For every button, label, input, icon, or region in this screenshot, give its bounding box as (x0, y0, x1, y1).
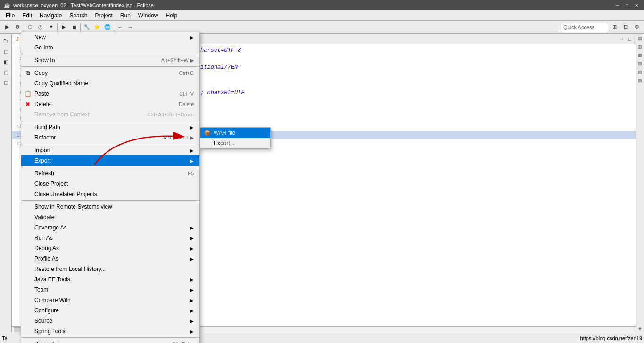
toolbar-btn-5[interactable]: ✦ (46, 22, 56, 33)
menu-project[interactable]: Project (91, 11, 116, 20)
title-bar: ☕ workspace_oxygen_02 - Test/WebContent/… (0, 0, 644, 10)
status-right: https://blog.csdn.net/zen19 (580, 335, 642, 341)
status-left: Te (2, 335, 8, 341)
ctx-delete[interactable]: ✖ DeleteDelete (21, 99, 199, 109)
sidebar-icon-4[interactable]: ◱ (1, 68, 10, 76)
ctx-compare-with[interactable]: Compare With▶ (21, 295, 199, 305)
toolbar-btn-3[interactable]: ⬡ (25, 22, 35, 33)
ctx-sep-1 (21, 54, 199, 54)
export-submenu: 📦 WAR file Export... (200, 127, 271, 149)
submenu-export[interactable]: Export... (200, 138, 270, 148)
war-file-icon: 📦 (203, 129, 211, 137)
ctx-close-unrelated[interactable]: Close Unrelated Projects (21, 189, 199, 199)
copy-icon: ⧉ (24, 69, 32, 77)
left-sidebar: Pr ◫ ◧ ◱ ◲ (0, 34, 12, 333)
ctx-team[interactable]: Team▶ (21, 285, 199, 295)
context-menu: New▶ Go Into Show InAlt+Shift+W ▶ ⧉ Copy… (21, 32, 200, 343)
menu-help[interactable]: Help (162, 11, 182, 20)
menu-window[interactable]: Window (134, 11, 162, 20)
delete-icon: ✖ (24, 100, 32, 108)
ctx-sep-4 (21, 144, 199, 144)
ctx-sep-3 (21, 121, 199, 121)
menu-edit[interactable]: Edit (18, 11, 36, 20)
sidebar-icon-2[interactable]: ◫ (1, 47, 10, 56)
menu-run[interactable]: Run (116, 11, 134, 20)
toolbar-btn-extra[interactable]: ⚙ (632, 22, 642, 33)
right-sidebar-icon-6[interactable]: ▩ (637, 77, 644, 84)
ctx-restore-local[interactable]: Restore from Local History... (21, 264, 199, 274)
toolbar-btn-12[interactable]: → (125, 22, 136, 33)
ctx-show-in[interactable]: Show InAlt+Shift+W ▶ (21, 55, 199, 65)
ctx-validate[interactable]: Validate (21, 212, 199, 222)
ctx-sep-2 (21, 66, 199, 67)
menu-search[interactable]: Search (66, 11, 91, 20)
ctx-spring-tools[interactable]: Spring Tools▶ (21, 326, 199, 336)
maximize-button[interactable]: □ (623, 1, 631, 9)
close-button[interactable]: ✕ (633, 1, 640, 9)
ctx-close-project[interactable]: Close Project (21, 179, 199, 189)
quick-access-input[interactable]: Quick Access (561, 23, 608, 32)
toolbar-sep-2 (57, 23, 58, 32)
toolbar-btn-7[interactable]: ⏹ (69, 22, 79, 33)
ctx-paste[interactable]: 📋 PasteCtrl+V (21, 89, 199, 99)
ctx-go-into[interactable]: Go Into (21, 42, 199, 53)
menu-navigate[interactable]: Navigate (36, 11, 66, 20)
ctx-profile-as[interactable]: Profile As▶ (21, 253, 199, 264)
ctx-copy-qualified[interactable]: Copy Qualified Name (21, 78, 199, 89)
toolbar-sep-1 (24, 23, 24, 32)
toolbar-btn-6[interactable]: ▶ (58, 22, 69, 33)
toolbar-sep-4 (114, 23, 114, 32)
ctx-refactor[interactable]: RefactorAlt+Shift+T ▶ (21, 132, 199, 143)
toolbar-btn-9[interactable]: ⭐ (92, 22, 102, 33)
editor-maximize-btn[interactable]: □ (626, 35, 634, 43)
toolbar-btn-4[interactable]: ◎ (35, 22, 46, 33)
right-sidebar-icon-3[interactable]: ▦ (637, 52, 644, 58)
toolbar-btn-10[interactable]: 🌐 (102, 22, 113, 33)
ctx-import[interactable]: Import▶ (21, 145, 199, 155)
right-sidebar: ▤ ▥ ▦ ▧ ▨ ▩ ◈ (636, 34, 644, 333)
right-sidebar-icon-4[interactable]: ▧ (637, 60, 644, 67)
ctx-export[interactable]: Export▶ (21, 155, 199, 166)
sidebar-icon-5[interactable]: ◲ (1, 78, 10, 87)
right-sidebar-icon-1[interactable]: ▤ (637, 35, 644, 41)
toolbar-btn-perspective[interactable]: ⊞ (609, 22, 619, 33)
ctx-copy[interactable]: ⧉ CopyCtrl+C (21, 68, 199, 78)
ctx-configure[interactable]: Configure▶ (21, 305, 199, 316)
window-title: workspace_oxygen_02 - Test/WebContent/in… (13, 2, 154, 8)
ctx-java-ee-tools[interactable]: Java EE Tools▶ (21, 274, 199, 285)
tab-icon: J (16, 36, 19, 42)
ctx-run-as[interactable]: Run As▶ (21, 233, 199, 243)
right-sidebar-icon-7[interactable]: ◈ (637, 325, 644, 332)
right-sidebar-icon-5[interactable]: ▨ (637, 69, 644, 75)
ctx-new[interactable]: New▶ (21, 32, 199, 42)
toolbar-btn-2[interactable]: ⚙ (12, 22, 23, 33)
ctx-coverage-as[interactable]: Coverage As▶ (21, 222, 199, 233)
minimize-button[interactable]: ─ (614, 1, 621, 9)
menu-file[interactable]: File (2, 11, 18, 20)
ctx-sep-7 (21, 337, 199, 338)
submenu-war-file[interactable]: 📦 WAR file (200, 128, 270, 138)
app-icon: ☕ (4, 2, 10, 8)
toolbar-btn-1[interactable]: ▶ (2, 22, 12, 33)
ctx-build-path[interactable]: Build Path▶ (21, 122, 199, 132)
editor-minimize-btn[interactable]: ─ (618, 35, 625, 43)
toolbar-btn-view[interactable]: ⊟ (620, 22, 631, 33)
toolbar-btn-8[interactable]: 🔧 (82, 22, 92, 33)
ctx-sep-5 (21, 167, 199, 167)
ctx-source[interactable]: Source▶ (21, 316, 199, 326)
right-sidebar-icon-2[interactable]: ▥ (637, 43, 644, 50)
paste-icon: 📋 (24, 90, 32, 98)
export-dots-icon (203, 139, 211, 147)
menu-bar: File Edit Navigate Search Project Run Wi… (0, 10, 644, 21)
ctx-debug-as[interactable]: Debug As▶ (21, 243, 199, 253)
ctx-refresh[interactable]: RefreshF5 (21, 168, 199, 179)
toolbar-sep-3 (80, 23, 81, 32)
ctx-sep-6 (21, 200, 199, 201)
ctx-show-remote[interactable]: Show in Remote Systems view (21, 202, 199, 212)
sidebar-icon-1[interactable]: Pr (1, 37, 10, 45)
sidebar-icon-3[interactable]: ◧ (1, 57, 10, 66)
editor-tab-controls: ─ □ (618, 35, 636, 43)
ctx-properties[interactable]: PropertiesAlt+Enter (21, 339, 199, 343)
ctx-remove-context[interactable]: Remove from ContextCtrl+Alt+Shift+Down (21, 109, 199, 120)
toolbar-btn-11[interactable]: ← (115, 22, 125, 33)
